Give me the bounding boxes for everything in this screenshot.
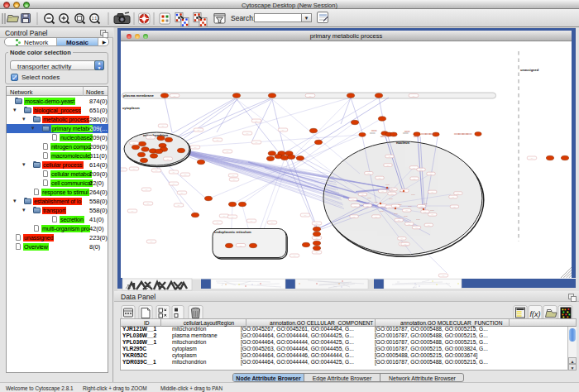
svg-text:xxxx: xxxx (389, 189, 394, 191)
svg-text:․․․: ․․․ (387, 165, 390, 167)
svg-text:․․․: ․․․ (184, 174, 187, 176)
svg-text:․․․: ․․․ (361, 194, 364, 196)
svg-text:․․․: ․․․ (352, 198, 354, 201)
svg-text:․․․: ․․․ (389, 155, 391, 158)
svg-text:․․․: ․․․ (531, 157, 534, 160)
svg-text:xxxx: xxxx (404, 215, 409, 218)
svg-text:․․․: ․․․ (414, 178, 416, 180)
svg-text:․․․: ․․․ (366, 205, 369, 208)
svg-text:․․․: ․․․ (223, 215, 226, 218)
svg-text:․․․: ․․․ (404, 243, 407, 246)
svg-text:xxxxx: xxxxx (467, 133, 472, 136)
svg-text:․․․: ․․․ (316, 222, 318, 225)
svg-text:․․․: ․․․ (413, 95, 415, 98)
svg-text:xxxx: xxxx (408, 205, 413, 208)
svg-text:․․․: ․․․ (424, 211, 427, 213)
svg-text:․․․: ․․․ (256, 141, 258, 144)
svg-text:․․․: ․․․ (379, 177, 381, 179)
svg-text:․․․: ․․․ (232, 216, 234, 218)
svg-text:nucleus: nucleus (396, 141, 410, 145)
svg-text:․․․: ․․․ (233, 179, 236, 181)
svg-text:․․․: ․․․ (246, 132, 249, 135)
svg-text:․․․: ․․․ (453, 206, 456, 208)
svg-text:f(x): f(x) (530, 310, 541, 318)
svg-text:․․․: ․․․ (227, 151, 229, 153)
svg-text:․․․: ․․․ (146, 189, 148, 191)
svg-text:․․․: ․․․ (391, 193, 394, 195)
svg-text:xxxxx: xxxxx (404, 131, 410, 133)
svg-text:․․․: ․․․ (415, 227, 418, 229)
svg-text:․․․: ․․․ (173, 183, 175, 185)
svg-text:․․․: ․․․ (198, 129, 200, 131)
svg-text:․․․: ․․․ (133, 168, 136, 170)
svg-text:․․․: ․․․ (431, 213, 433, 216)
svg-text:endoplasmic reticulum: endoplasmic reticulum (214, 230, 251, 234)
svg-text:xxxx: xxxx (398, 203, 403, 206)
svg-text:․․․: ․․․ (174, 95, 176, 98)
svg-text:․․․: ․․․ (151, 241, 153, 243)
svg-text:․․․: ․․․ (162, 125, 165, 127)
svg-text:xxxx: xxxx (423, 203, 428, 205)
svg-text:․․․: ․․․ (400, 237, 403, 240)
svg-text:xxxx: xxxx (419, 207, 423, 209)
svg-text:․․․: ․․․ (309, 95, 312, 98)
svg-text:․․․: ․․․ (167, 158, 170, 160)
svg-text:xxxx: xxxx (385, 184, 390, 186)
svg-text:xxxx: xxxx (380, 210, 385, 213)
svg-text:․․․: ․․․ (381, 190, 384, 193)
svg-text:xxxx: xxxx (411, 194, 416, 196)
svg-text:xxxx: xxxx (394, 213, 399, 215)
svg-text:․․․: ․․․ (122, 169, 124, 171)
svg-text:․․․: ․․․ (150, 136, 152, 139)
svg-text:cytoplasm: cytoplasm (122, 106, 140, 110)
svg-text:․․․: ․․․ (294, 255, 296, 257)
svg-text:․․․: ․․․ (181, 192, 184, 194)
svg-text:․․․: ․․․ (217, 222, 219, 224)
svg-text:․․․: ․․․ (353, 216, 356, 218)
svg-text:․․․: ․․․ (133, 142, 136, 145)
svg-text:1:1: 1:1 (92, 17, 98, 21)
svg-text:․․․: ․․․ (156, 170, 158, 172)
svg-text:․․․: ․․․ (431, 191, 433, 194)
svg-text:․․․: ․․․ (381, 205, 384, 208)
svg-text:xxxxx: xxxxx (414, 136, 419, 138)
svg-text:․․․: ․․․ (282, 129, 285, 131)
svg-text:․․․: ․․․ (398, 219, 400, 222)
svg-text:․․․: ․․․ (457, 193, 459, 195)
svg-text:․․․: ․․․ (316, 251, 318, 254)
svg-text:xxxx: xxxx (374, 201, 379, 203)
svg-text:․․․: ․․․ (452, 196, 455, 198)
svg-text:․․․: ․․․ (194, 146, 197, 149)
svg-text:․․․: ․․․ (408, 223, 410, 226)
svg-text:․․․: ․․․ (443, 275, 445, 277)
svg-text:xxxx: xxxx (389, 198, 394, 200)
svg-text:․․․: ․․․ (256, 120, 258, 122)
svg-text:xxxx: xxxx (400, 190, 404, 193)
svg-text:․․․: ․․․ (132, 210, 134, 213)
svg-text:․․․: ․․․ (271, 222, 274, 224)
svg-text:․․․: ․․․ (395, 205, 397, 208)
svg-text:․․․: ․․․ (375, 216, 377, 218)
svg-text:․․․: ․․․ (217, 139, 219, 141)
svg-text:․․․: ․․․ (178, 204, 180, 207)
svg-text:․․․: ․․․ (405, 209, 408, 212)
svg-text:․․․: ․․․ (232, 174, 235, 177)
svg-text:․․․: ․․․ (420, 169, 423, 171)
svg-text:plasma membrane: plasma membrane (123, 93, 154, 98)
svg-text:xxxxx: xxxxx (371, 130, 377, 132)
svg-text:․․․: ․․․ (430, 173, 433, 175)
svg-text:․․․: ․․․ (173, 171, 175, 174)
svg-text:․․․: ․․․ (389, 206, 391, 208)
svg-text:xxxx: xxxx (416, 218, 421, 221)
svg-text:xxxx: xxxx (367, 197, 372, 199)
svg-text:․․․: ․․․ (367, 172, 370, 174)
svg-text:․․․: ․․․ (251, 220, 253, 222)
svg-text:unassigned: unassigned (520, 68, 539, 72)
svg-text:․․․: ․․․ (354, 205, 356, 208)
svg-text:․․․: ․․․ (304, 214, 307, 217)
svg-text:xxxx: xxxx (430, 209, 435, 212)
svg-text:․․․: ․․․ (240, 245, 242, 247)
svg-text:․․․: ․․․ (428, 224, 430, 227)
svg-text:xxxxx: xxxxx (380, 136, 386, 138)
svg-text:xxxxx: xxxxx (429, 133, 435, 136)
